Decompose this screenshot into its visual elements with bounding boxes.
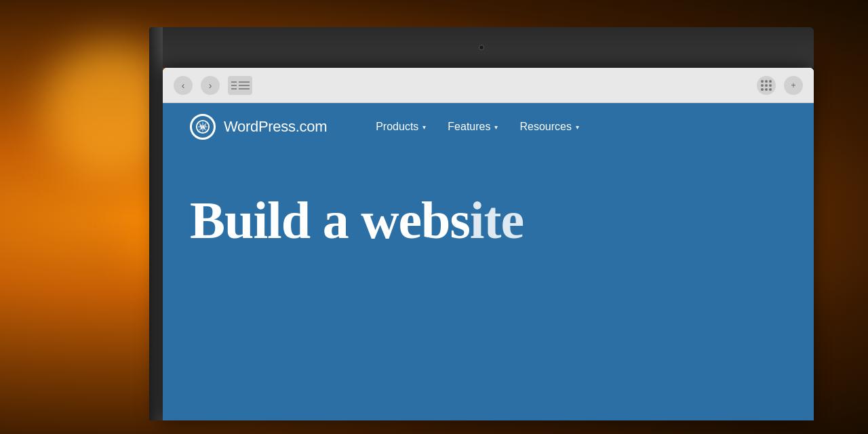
products-chevron-icon: ▾ bbox=[422, 123, 426, 131]
nav-item-products[interactable]: Products ▾ bbox=[368, 115, 434, 138]
device-top-bezel bbox=[149, 27, 814, 68]
back-button[interactable]: ‹ bbox=[174, 76, 193, 95]
back-icon: ‹ bbox=[182, 80, 185, 91]
wp-hero-heading: Build a website bbox=[190, 191, 787, 250]
wp-hero-section: Build a website bbox=[163, 151, 814, 420]
grid-view-button[interactable] bbox=[757, 76, 776, 95]
browser-window: ‹ › bbox=[163, 68, 814, 420]
svg-text:W: W bbox=[199, 123, 206, 131]
device-frame: ‹ › bbox=[149, 27, 814, 420]
add-tab-button[interactable]: + bbox=[784, 76, 803, 95]
camera-dot bbox=[479, 45, 484, 50]
nav-item-resources[interactable]: Resources ▾ bbox=[511, 115, 587, 138]
grid-icon bbox=[761, 80, 772, 91]
wp-logo-icon: W bbox=[190, 114, 216, 140]
browser-toolbar: ‹ › bbox=[163, 68, 814, 103]
wp-nav-items: Products ▾ Features ▾ Resources ▾ bbox=[368, 115, 587, 138]
nav-features-label: Features bbox=[448, 121, 490, 133]
add-icon: + bbox=[791, 81, 795, 90]
nav-item-features[interactable]: Features ▾ bbox=[439, 115, 506, 138]
wp-logo-area: W WordPress.com bbox=[190, 114, 327, 140]
wordpress-website: W WordPress.com Products ▾ Features ▾ bbox=[163, 103, 814, 420]
nav-resources-label: Resources bbox=[519, 121, 571, 133]
nav-products-label: Products bbox=[376, 121, 418, 133]
sidebar-icon bbox=[231, 81, 250, 90]
features-chevron-icon: ▾ bbox=[494, 123, 498, 131]
resources-chevron-icon: ▾ bbox=[576, 123, 579, 131]
forward-button[interactable]: › bbox=[201, 76, 220, 95]
device-left-bezel bbox=[149, 27, 163, 420]
wp-brand-text: WordPress.com bbox=[224, 118, 327, 136]
forward-icon: › bbox=[209, 80, 212, 91]
wp-navbar: W WordPress.com Products ▾ Features ▾ bbox=[163, 103, 814, 151]
sidebar-toggle-button[interactable] bbox=[228, 76, 252, 95]
